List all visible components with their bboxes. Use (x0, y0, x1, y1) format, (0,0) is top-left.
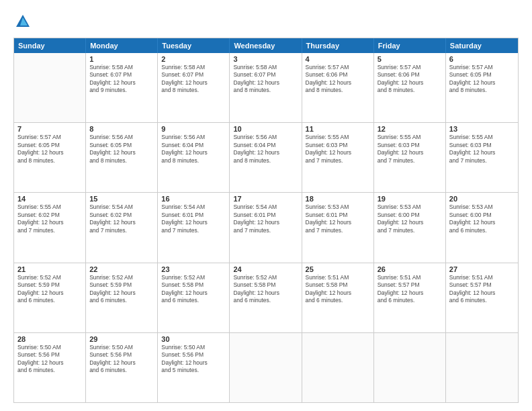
day-info: Sunrise: 5:50 AMSunset: 5:56 PMDaylight:… (89, 344, 154, 375)
calendar-cell: 20Sunrise: 5:53 AMSunset: 6:00 PMDayligh… (446, 193, 518, 262)
calendar-cell: 8Sunrise: 5:56 AMSunset: 6:05 PMDaylight… (86, 123, 158, 192)
calendar-week-3: 21Sunrise: 5:52 AMSunset: 5:59 PMDayligh… (14, 263, 518, 333)
calendar: SundayMondayTuesdayWednesdayThursdayFrid… (13, 38, 519, 403)
logo-icon (13, 12, 32, 31)
day-number: 9 (161, 125, 226, 133)
day-number: 24 (233, 265, 298, 273)
day-info: Sunrise: 5:57 AMSunset: 6:05 PMDaylight:… (17, 134, 82, 165)
header-day-wednesday: Wednesday (230, 38, 302, 53)
day-number: 27 (449, 265, 515, 273)
calendar-cell: 17Sunrise: 5:54 AMSunset: 6:01 PMDayligh… (230, 193, 302, 262)
calendar-cell: 1Sunrise: 5:58 AMSunset: 6:07 PMDaylight… (86, 53, 158, 122)
day-number: 30 (161, 335, 226, 343)
day-number: 14 (17, 195, 82, 203)
calendar-cell: 26Sunrise: 5:51 AMSunset: 5:57 PMDayligh… (374, 263, 446, 332)
calendar-week-1: 7Sunrise: 5:57 AMSunset: 6:05 PMDaylight… (14, 123, 518, 193)
header (13, 12, 519, 31)
calendar-cell: 29Sunrise: 5:50 AMSunset: 5:56 PMDayligh… (86, 333, 158, 402)
day-info: Sunrise: 5:54 AMSunset: 6:01 PMDaylight:… (233, 203, 298, 234)
day-info: Sunrise: 5:51 AMSunset: 5:58 PMDaylight:… (306, 274, 370, 305)
calendar-week-4: 28Sunrise: 5:50 AMSunset: 5:56 PMDayligh… (14, 333, 518, 402)
calendar-cell (446, 333, 518, 402)
day-info: Sunrise: 5:53 AMSunset: 6:00 PMDaylight:… (449, 203, 515, 234)
day-info: Sunrise: 5:54 AMSunset: 6:02 PMDaylight:… (89, 203, 154, 234)
day-info: Sunrise: 5:51 AMSunset: 5:57 PMDaylight:… (449, 274, 515, 305)
calendar-header: SundayMondayTuesdayWednesdayThursdayFrid… (14, 38, 518, 53)
day-number: 6 (449, 55, 515, 63)
day-info: Sunrise: 5:53 AMSunset: 6:01 PMDaylight:… (306, 203, 370, 234)
calendar-cell (230, 333, 302, 402)
day-info: Sunrise: 5:50 AMSunset: 5:56 PMDaylight:… (17, 344, 82, 375)
calendar-cell: 30Sunrise: 5:50 AMSunset: 5:56 PMDayligh… (158, 333, 230, 402)
day-info: Sunrise: 5:57 AMSunset: 6:06 PMDaylight:… (378, 64, 442, 95)
calendar-body: 1Sunrise: 5:58 AMSunset: 6:07 PMDaylight… (14, 53, 518, 402)
calendar-cell: 2Sunrise: 5:58 AMSunset: 6:07 PMDaylight… (158, 53, 230, 122)
day-number: 15 (89, 195, 154, 203)
calendar-week-2: 14Sunrise: 5:55 AMSunset: 6:02 PMDayligh… (14, 193, 518, 263)
day-info: Sunrise: 5:58 AMSunset: 6:07 PMDaylight:… (89, 64, 154, 95)
day-info: Sunrise: 5:52 AMSunset: 5:59 PMDaylight:… (89, 274, 154, 305)
day-number: 19 (378, 195, 442, 203)
day-number: 7 (17, 125, 82, 133)
day-info: Sunrise: 5:53 AMSunset: 6:00 PMDaylight:… (378, 203, 442, 234)
day-number: 17 (233, 195, 298, 203)
day-number: 25 (306, 265, 370, 273)
day-number: 21 (17, 265, 82, 273)
calendar-cell: 13Sunrise: 5:55 AMSunset: 6:03 PMDayligh… (446, 123, 518, 192)
day-number: 13 (449, 125, 515, 133)
day-number: 2 (161, 55, 226, 63)
day-info: Sunrise: 5:58 AMSunset: 6:07 PMDaylight:… (161, 64, 226, 95)
day-number: 26 (378, 265, 442, 273)
page: SundayMondayTuesdayWednesdayThursdayFrid… (0, 0, 532, 411)
day-number: 16 (161, 195, 226, 203)
calendar-cell: 19Sunrise: 5:53 AMSunset: 6:00 PMDayligh… (374, 193, 446, 262)
day-info: Sunrise: 5:56 AMSunset: 6:04 PMDaylight:… (161, 134, 226, 165)
header-day-sunday: Sunday (14, 38, 86, 53)
calendar-cell (14, 53, 86, 122)
calendar-cell: 7Sunrise: 5:57 AMSunset: 6:05 PMDaylight… (14, 123, 86, 192)
day-number: 29 (89, 335, 154, 343)
day-number: 11 (306, 125, 370, 133)
day-number: 10 (233, 125, 298, 133)
calendar-cell: 21Sunrise: 5:52 AMSunset: 5:59 PMDayligh… (14, 263, 86, 332)
calendar-cell (374, 333, 446, 402)
calendar-cell: 23Sunrise: 5:52 AMSunset: 5:58 PMDayligh… (158, 263, 230, 332)
day-info: Sunrise: 5:56 AMSunset: 6:05 PMDaylight:… (89, 134, 154, 165)
day-info: Sunrise: 5:52 AMSunset: 5:59 PMDaylight:… (17, 274, 82, 305)
day-info: Sunrise: 5:55 AMSunset: 6:03 PMDaylight:… (449, 134, 515, 165)
day-info: Sunrise: 5:52 AMSunset: 5:58 PMDaylight:… (233, 274, 298, 305)
calendar-cell: 5Sunrise: 5:57 AMSunset: 6:06 PMDaylight… (374, 53, 446, 122)
calendar-cell: 4Sunrise: 5:57 AMSunset: 6:06 PMDaylight… (302, 53, 374, 122)
day-number: 4 (306, 55, 370, 63)
day-info: Sunrise: 5:57 AMSunset: 6:06 PMDaylight:… (306, 64, 370, 95)
day-info: Sunrise: 5:57 AMSunset: 6:05 PMDaylight:… (449, 64, 515, 95)
day-info: Sunrise: 5:55 AMSunset: 6:02 PMDaylight:… (17, 203, 82, 234)
day-number: 12 (378, 125, 442, 133)
day-number: 20 (449, 195, 515, 203)
header-day-friday: Friday (374, 38, 446, 53)
calendar-cell: 11Sunrise: 5:55 AMSunset: 6:03 PMDayligh… (302, 123, 374, 192)
calendar-week-0: 1Sunrise: 5:58 AMSunset: 6:07 PMDaylight… (14, 53, 518, 123)
calendar-cell: 9Sunrise: 5:56 AMSunset: 6:04 PMDaylight… (158, 123, 230, 192)
header-day-tuesday: Tuesday (158, 38, 230, 53)
header-day-thursday: Thursday (302, 38, 374, 53)
logo (13, 12, 35, 31)
day-number: 3 (233, 55, 298, 63)
day-number: 1 (89, 55, 154, 63)
calendar-cell: 3Sunrise: 5:58 AMSunset: 6:07 PMDaylight… (230, 53, 302, 122)
calendar-cell (302, 333, 374, 402)
calendar-cell: 10Sunrise: 5:56 AMSunset: 6:04 PMDayligh… (230, 123, 302, 192)
day-number: 18 (306, 195, 370, 203)
calendar-cell: 15Sunrise: 5:54 AMSunset: 6:02 PMDayligh… (86, 193, 158, 262)
day-info: Sunrise: 5:54 AMSunset: 6:01 PMDaylight:… (161, 203, 226, 234)
day-info: Sunrise: 5:52 AMSunset: 5:58 PMDaylight:… (161, 274, 226, 305)
calendar-cell: 25Sunrise: 5:51 AMSunset: 5:58 PMDayligh… (302, 263, 374, 332)
calendar-cell: 22Sunrise: 5:52 AMSunset: 5:59 PMDayligh… (86, 263, 158, 332)
day-info: Sunrise: 5:56 AMSunset: 6:04 PMDaylight:… (233, 134, 298, 165)
day-info: Sunrise: 5:51 AMSunset: 5:57 PMDaylight:… (378, 274, 442, 305)
day-number: 28 (17, 335, 82, 343)
day-number: 8 (89, 125, 154, 133)
calendar-cell: 27Sunrise: 5:51 AMSunset: 5:57 PMDayligh… (446, 263, 518, 332)
day-info: Sunrise: 5:55 AMSunset: 6:03 PMDaylight:… (306, 134, 370, 165)
day-number: 5 (378, 55, 442, 63)
